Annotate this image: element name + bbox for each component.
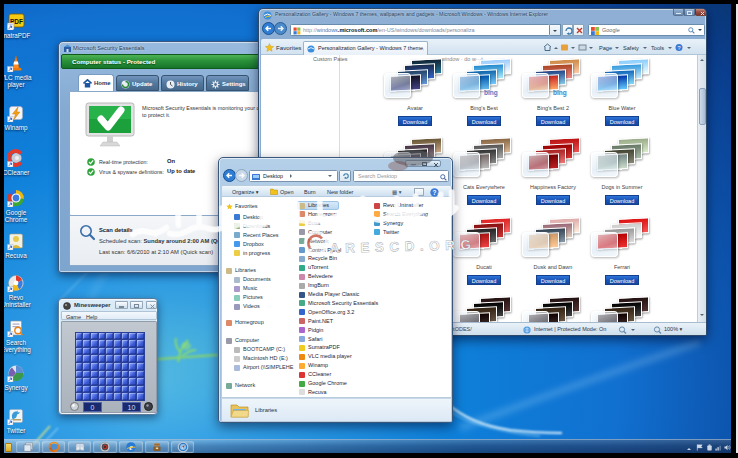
svg-text:Page: Page [599, 45, 612, 51]
svg-text:?: ? [433, 188, 437, 195]
svg-text:?: ? [677, 44, 680, 50]
svg-text:Tools: Tools [651, 45, 664, 51]
svg-text:Safety: Safety [623, 45, 639, 51]
